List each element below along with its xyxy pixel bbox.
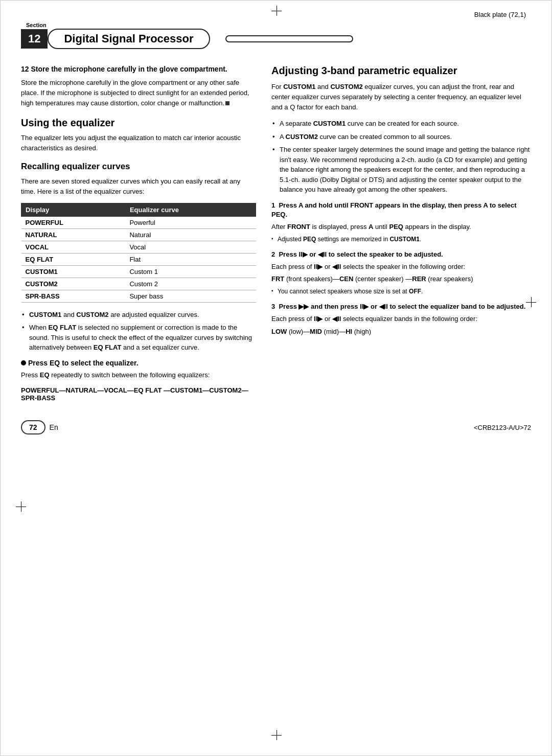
table-cell-curve: Custom 1: [125, 265, 256, 278]
end-marker: [225, 101, 229, 105]
reg-mark-bottom: [271, 730, 282, 740]
eq-sequence: POWERFUL—NATURAL—VOCAL—EQ FLAT —CUSTOM1—…: [21, 386, 256, 402]
press-eq-heading-container: Press EQ to select the equalizer.: [21, 359, 256, 367]
table-cell-display: CUSTOM2: [21, 278, 126, 290]
right-column: Adjusting 3-band parametric equalizer Fo…: [271, 64, 531, 405]
table-cell-curve: Powerful: [125, 216, 256, 228]
step2-order: FRT (front speakers)—CEN (center speaker…: [271, 274, 531, 284]
reg-mark-top: [271, 6, 282, 16]
section-title: Digital Signal Processor: [48, 29, 210, 49]
adjusting-intro: For CUSTOM1 and CUSTOM2 equalizer curves…: [271, 82, 531, 112]
bullet-eqflat: When EQ FLAT is selected no supplement o…: [21, 323, 256, 353]
using-eq-heading: Using the equalizer: [21, 117, 256, 129]
step3-heading: 3 Press ▶▶ and then press II▶ or ◀II to …: [271, 302, 531, 311]
table-row: NATURALNatural: [21, 228, 256, 241]
recalling-body: There are seven stored equalizer curves …: [21, 176, 256, 197]
section-number: 12: [21, 29, 48, 49]
header-right-box: [225, 35, 353, 42]
adjusting-bullet-list: A separate CUSTOM1 curve can be created …: [271, 119, 531, 195]
eq-table: Display Equalizer curve POWERFULPowerful…: [21, 203, 256, 303]
left-column: 12 Store the microphone carefully in the…: [21, 64, 256, 405]
table-cell-display: POWERFUL: [21, 216, 126, 228]
bullet-custom2: A CUSTOM2 curve can be created common to…: [271, 132, 531, 142]
step2-heading: 2 Press II▶ or ◀II to select the speaker…: [271, 250, 531, 259]
using-eq-body: The equalizer lets you adjust the equali…: [21, 133, 256, 153]
table-row: CUSTOM1Custom 1: [21, 265, 256, 278]
step1-after: After FRONT is displayed, press A until …: [271, 222, 531, 232]
step12-body: Store the microphone carefully in the gl…: [21, 78, 256, 108]
reg-mark-right: [526, 297, 536, 307]
content-area: 12 Store the microphone carefully in the…: [21, 64, 531, 405]
adjusting-heading: Adjusting 3-band parametric equalizer: [271, 64, 531, 77]
step2-body: Each press of II▶ or ◀II selects the spe…: [271, 262, 531, 272]
eq-bullet-list: CUSTOM1 and CUSTOM2 are adjusted equaliz…: [21, 310, 256, 353]
footer-lang: En: [50, 423, 58, 431]
table-cell-display: CUSTOM1: [21, 265, 126, 278]
table-cell-display: NATURAL: [21, 228, 126, 241]
table-cell-curve: Super bass: [125, 290, 256, 302]
page-footer: 72 En <CRB2123-A/U>72: [21, 420, 531, 434]
table-row: POWERFULPowerful: [21, 216, 256, 228]
table-col2-header: Equalizer curve: [125, 203, 256, 216]
table-cell-display: SPR-BASS: [21, 290, 126, 302]
table-cell-display: VOCAL: [21, 241, 126, 253]
table-row: CUSTOM2Custom 2: [21, 278, 256, 290]
step1-note: Adjusted PEQ settings are memorized in C…: [271, 235, 531, 244]
table-cell-display: EQ FLAT: [21, 253, 126, 265]
table-col1-header: Display: [21, 203, 126, 216]
table-cell-curve: Vocal: [125, 241, 256, 253]
step2-note: You cannot select speakers whose size is…: [271, 287, 531, 296]
table-cell-curve: Flat: [125, 253, 256, 265]
press-eq-body: Press EQ repeatedly to switch between th…: [21, 370, 256, 380]
step3-order: LOW (low)—MID (mid)—HI (high): [271, 327, 531, 337]
table-cell-curve: Custom 2: [125, 278, 256, 290]
table-row: SPR-BASSSuper bass: [21, 290, 256, 302]
page-number: 72: [21, 420, 45, 434]
table-row: VOCALVocal: [21, 241, 256, 253]
page-container: Black plate (72,1) Section 12 Digital Si…: [0, 0, 552, 756]
section-label: Section: [26, 22, 47, 28]
footer-left: 72 En: [21, 420, 58, 434]
recalling-heading: Recalling equalizer curves: [21, 162, 256, 172]
bullet-custom1: A separate CUSTOM1 curve can be created …: [271, 119, 531, 129]
plate-text: Black plate (72,1): [474, 11, 526, 18]
step12-heading: 12 Store the microphone carefully in the…: [21, 64, 256, 75]
bullet-center: The center speaker largely determines th…: [271, 145, 531, 195]
press-eq-heading-text: Press EQ to select the equalizer.: [28, 359, 139, 367]
table-cell-curve: Natural: [125, 228, 256, 241]
footer-code: <CRB2123-A/U>72: [474, 424, 531, 431]
step3-body: Each press of II▶ or ◀II selects equaliz…: [271, 314, 531, 324]
section-header: 12 Digital Signal Processor: [21, 29, 551, 49]
bullet-custom: CUSTOM1 and CUSTOM2 are adjusted equaliz…: [21, 310, 256, 320]
reg-mark-left: [16, 501, 26, 512]
bullet-dot-icon: [21, 360, 26, 365]
table-row: EQ FLATFlat: [21, 253, 256, 265]
step1-heading: 1 Press A and hold until FRONT appears i…: [271, 201, 531, 219]
